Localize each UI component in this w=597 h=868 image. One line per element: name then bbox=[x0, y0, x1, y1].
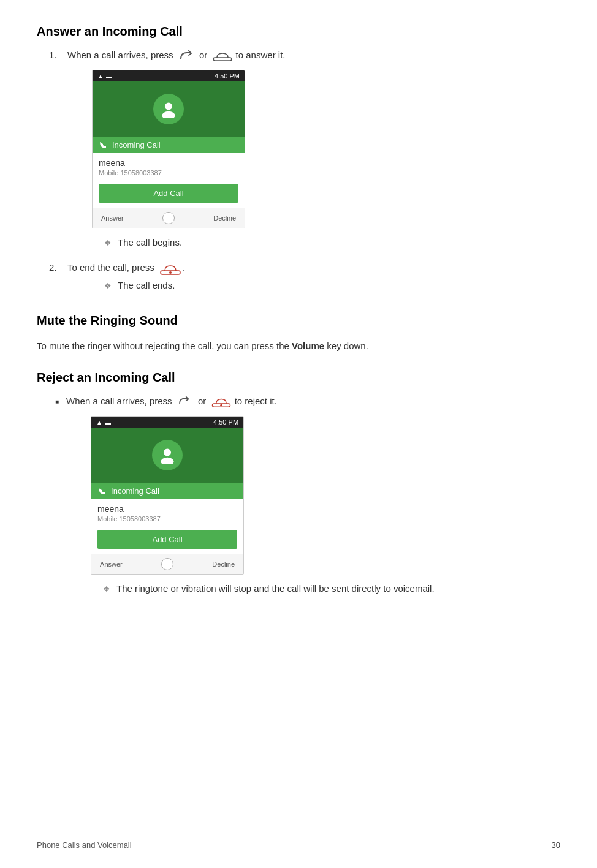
bullet1-item: ❖ The call begins. bbox=[104, 237, 560, 247]
phone-icon-header-2 bbox=[97, 487, 106, 496]
incoming-label-2: Incoming Call bbox=[111, 486, 159, 496]
svg-point-6 bbox=[221, 404, 223, 407]
step1-suffix: to answer it. bbox=[236, 50, 286, 60]
status-icons-2: ▲ ▬ bbox=[96, 419, 111, 426]
reject-step-item: ■ When a call arrives, press or to rejec… bbox=[55, 396, 560, 600]
step1-number: 1. bbox=[49, 50, 67, 60]
step2-content: To end the call, press . ❖ The call ends… bbox=[67, 262, 560, 296]
action-bar-2: Answer Decline bbox=[91, 554, 243, 574]
answer-btn-2[interactable]: Answer bbox=[100, 560, 123, 568]
answer-heading: Answer an Incoming Call bbox=[37, 25, 560, 39]
incoming-header-2: Incoming Call bbox=[91, 483, 243, 499]
answer-end-icon bbox=[212, 50, 230, 61]
status-bar-1: ▲ ▬ 4:50 PM bbox=[93, 70, 245, 81]
reject-bullet-item: ❖ The ringtone or vibration will stop an… bbox=[103, 583, 435, 594]
avatar-icon-1 bbox=[159, 100, 178, 118]
end-call-icon bbox=[159, 263, 178, 274]
bullet2-diamond: ❖ bbox=[104, 281, 112, 290]
bullet2-item: ❖ The call ends. bbox=[104, 280, 560, 290]
circle-btn-1 bbox=[162, 212, 175, 224]
footer-label: Phone Calls and Voicemail bbox=[37, 840, 132, 850]
add-call-btn-1[interactable]: Add Call bbox=[99, 184, 238, 203]
reject-step-text: When a call arrives, press bbox=[66, 396, 172, 406]
mute-paragraph: To mute the ringer without rejecting the… bbox=[37, 339, 560, 353]
step1-text: When a call arrives, press bbox=[67, 50, 173, 60]
reject-bullet-text: The ringtone or vibration will stop and … bbox=[116, 583, 435, 594]
bullet2-text: The call ends. bbox=[118, 280, 175, 290]
step2-item: 2. To end the call, press . ❖ The call e… bbox=[49, 262, 560, 296]
reject-step-or: or bbox=[198, 396, 206, 406]
phone-mockup-1: ▲ ▬ 4:50 PM bbox=[92, 70, 245, 228]
caller-name-2: meena bbox=[97, 504, 237, 514]
time-2: 4:50 PM bbox=[213, 418, 238, 426]
bullet1-text: The call begins. bbox=[118, 237, 182, 247]
reject-bullet-diamond: ❖ bbox=[103, 584, 110, 594]
reject-end-icon bbox=[211, 396, 229, 407]
step1-content: When a call arrives, press or to answer … bbox=[67, 50, 560, 254]
status-bar-2: ▲ ▬ 4:50 PM bbox=[91, 417, 243, 428]
step2-text: To end the call, press bbox=[67, 262, 154, 273]
reject-square-bullet: ■ bbox=[55, 398, 59, 405]
caller-info-1: meena Mobile 15058003387 bbox=[93, 153, 245, 179]
avatar-2 bbox=[152, 440, 183, 470]
decline-btn-1[interactable]: Decline bbox=[213, 214, 236, 222]
svg-rect-0 bbox=[213, 58, 232, 61]
svg-point-4 bbox=[169, 271, 172, 274]
reject-answer-icon bbox=[177, 396, 193, 407]
answer-icon bbox=[178, 50, 194, 61]
avatar-icon-2 bbox=[158, 446, 177, 464]
svg-point-8 bbox=[161, 458, 174, 464]
caller-number-2: Mobile 15058003387 bbox=[97, 515, 237, 523]
mute-section: Mute the Ringing Sound To mute the ringe… bbox=[37, 314, 560, 353]
mute-bold: Volume bbox=[292, 341, 324, 351]
circle-btn-2 bbox=[161, 558, 173, 570]
mute-suffix: key down. bbox=[327, 341, 368, 351]
reject-heading: Reject an Incoming Call bbox=[37, 371, 560, 385]
step2-number: 2. bbox=[49, 262, 67, 273]
answer-btn-1[interactable]: Answer bbox=[101, 214, 124, 222]
incoming-header-1: Incoming Call bbox=[93, 137, 245, 153]
avatar-area-2 bbox=[91, 428, 243, 483]
battery-icon: ▬ bbox=[106, 73, 112, 80]
bullet1-diamond: ❖ bbox=[104, 238, 112, 247]
answer-section: Answer an Incoming Call 1. When a call a… bbox=[37, 25, 560, 296]
svg-point-1 bbox=[165, 103, 172, 110]
phone-mockup-2: ▲ ▬ 4:50 PM bbox=[91, 416, 244, 575]
avatar-1 bbox=[153, 94, 184, 124]
status-icons-1: ▲ ▬ bbox=[97, 73, 112, 80]
decline-btn-2[interactable]: Decline bbox=[212, 560, 235, 568]
incoming-label-1: Incoming Call bbox=[112, 140, 161, 149]
signal-icon: ▲ bbox=[97, 73, 104, 80]
step1-or: or bbox=[199, 50, 207, 60]
reject-step-suffix: to reject it. bbox=[235, 396, 277, 406]
action-bar-1: Answer Decline bbox=[93, 208, 245, 228]
time-1: 4:50 PM bbox=[215, 72, 240, 80]
signal-icon-2: ▲ bbox=[96, 419, 102, 426]
caller-name-1: meena bbox=[99, 158, 238, 168]
svg-point-2 bbox=[162, 111, 175, 118]
battery-icon-2: ▬ bbox=[105, 419, 111, 426]
reject-step-content: When a call arrives, press or to reject … bbox=[66, 396, 435, 600]
add-call-btn-2[interactable]: Add Call bbox=[97, 530, 237, 549]
caller-number-1: Mobile 15058003387 bbox=[99, 169, 238, 176]
step2-suffix: . bbox=[183, 262, 185, 273]
reject-section: Reject an Incoming Call ■ When a call ar… bbox=[37, 371, 560, 600]
footer: Phone Calls and Voicemail 30 bbox=[37, 834, 560, 850]
phone-icon-header-1 bbox=[99, 141, 107, 149]
mute-text: To mute the ringer without rejecting the… bbox=[37, 341, 289, 351]
footer-page: 30 bbox=[552, 840, 560, 850]
svg-point-7 bbox=[164, 449, 171, 456]
caller-info-2: meena Mobile 15058003387 bbox=[91, 499, 243, 525]
mute-heading: Mute the Ringing Sound bbox=[37, 314, 560, 328]
avatar-area-1 bbox=[93, 81, 245, 137]
step1-item: 1. When a call arrives, press or to answ… bbox=[49, 50, 560, 254]
